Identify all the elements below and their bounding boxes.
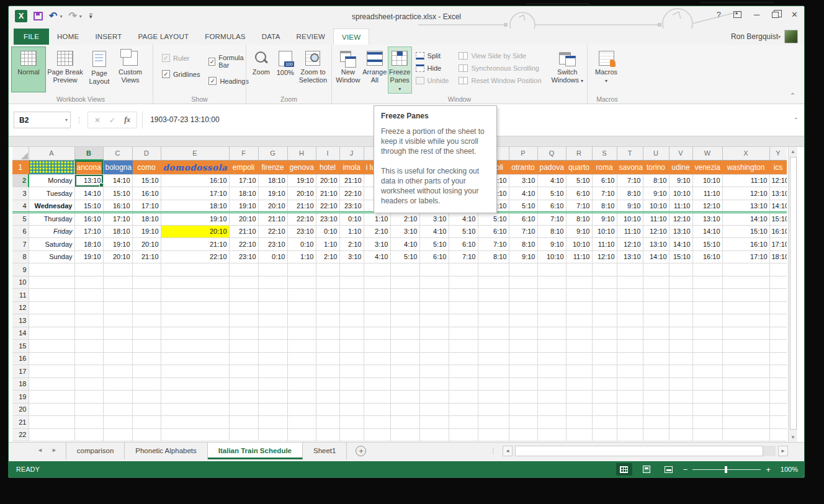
scroll-left-icon[interactable]: ◄ [503,446,513,456]
row-header-12[interactable]: 12 [12,301,29,314]
status-page-layout-button[interactable] [638,463,655,475]
undo-icon[interactable]: ↶ [49,11,57,21]
column-header-P[interactable]: P [509,147,537,160]
cell-P4[interactable]: 5:10 [509,200,537,213]
sheet-tab-comparison[interactable]: comparison [66,443,125,459]
row-header-18[interactable]: 18 [12,378,29,391]
cell-Q9[interactable] [537,263,566,276]
cell-Q13[interactable] [537,314,566,327]
cell-F16[interactable] [229,352,258,365]
cell-Y20[interactable] [769,403,787,416]
cell-E20[interactable] [161,403,229,416]
cell-D10[interactable] [132,276,161,289]
cell-M14[interactable] [419,327,449,340]
cell-Y8[interactable]: 18:10 [769,250,787,263]
cell-K11[interactable] [364,289,390,302]
cell-G10[interactable] [258,276,287,289]
cell-N20[interactable] [449,403,478,416]
cell-H12[interactable] [287,301,316,314]
cell-U21[interactable] [643,416,669,429]
cell-C19[interactable] [103,391,132,404]
row-header-21[interactable]: 21 [12,416,29,429]
ribbon-tab-page-layout[interactable]: PAGE LAYOUT [130,29,197,45]
cell-X16[interactable] [722,352,769,365]
cell-P7[interactable]: 8:10 [509,238,537,251]
cell-S7[interactable]: 11:10 [592,238,617,251]
cell-Q6[interactable]: 8:10 [537,225,566,238]
cell-C5[interactable]: 17:10 [103,213,132,226]
cell-K8[interactable]: 4:10 [364,250,390,263]
cell-R3[interactable]: 6:10 [566,187,592,200]
cell-I4[interactable]: 22:10 [316,200,339,213]
row-header-13[interactable]: 13 [12,314,29,327]
horizontal-scrollbar[interactable]: ⋮ ◄ ► [490,446,788,456]
cell-F17[interactable] [229,365,258,378]
cell-Y5[interactable]: 15:10 [769,213,787,226]
cell-G18[interactable] [258,378,287,391]
cell-Y17[interactable] [769,365,787,378]
cell-R12[interactable] [566,301,592,314]
cell-C16[interactable] [103,352,132,365]
zoom-in-icon[interactable]: + [766,466,771,474]
cell-F19[interactable] [229,391,258,404]
column-header-G[interactable]: G [258,147,287,160]
new-sheet-icon[interactable]: + [356,446,366,456]
cell-A5[interactable]: Thursday [29,213,74,226]
cell-E17[interactable] [161,365,229,378]
cell-N15[interactable] [449,340,478,353]
cell-R6[interactable]: 9:10 [566,225,592,238]
cell-U2[interactable]: 8:10 [643,174,669,187]
cell-K16[interactable] [364,352,390,365]
cell-O19[interactable] [478,391,509,404]
cell-I15[interactable] [316,340,339,353]
cell-B10[interactable] [74,276,103,289]
cell-N6[interactable]: 5:10 [449,225,478,238]
cell-I9[interactable] [316,263,339,276]
cell-Y6[interactable]: 16:10 [769,225,787,238]
cell-L7[interactable]: 4:10 [390,238,419,251]
cell-Q21[interactable] [537,416,566,429]
cell-B17[interactable] [74,365,103,378]
cell-K20[interactable] [364,403,390,416]
sheet-nav-right-icon[interactable]: ► [52,447,57,453]
column-header-A[interactable]: A [29,147,74,160]
row-header-1[interactable]: 1 [12,160,29,174]
cell-B8[interactable]: 19:10 [74,250,103,263]
cell-H11[interactable] [287,289,316,302]
cell-N17[interactable] [449,365,478,378]
cell-R15[interactable] [566,340,592,353]
sheet-tab-sheet1[interactable]: Sheet1 [303,443,347,459]
cell-Y11[interactable] [769,289,787,302]
cell-Y9[interactable] [769,263,787,276]
cell-U22[interactable] [643,428,669,441]
cell-W14[interactable] [692,327,722,340]
cell-I19[interactable] [316,391,339,404]
cell-V22[interactable] [669,428,692,441]
cell-M6[interactable]: 4:10 [419,225,449,238]
cell-T1[interactable]: savona [617,160,643,174]
cell-U10[interactable] [643,276,669,289]
cell-D22[interactable] [132,428,161,441]
cell-R16[interactable] [566,352,592,365]
cell-E22[interactable] [161,428,229,441]
cell-B15[interactable] [74,340,103,353]
column-header-B[interactable]: B [74,147,103,160]
cell-J21[interactable] [339,416,364,429]
cell-D16[interactable] [132,352,161,365]
cell-K17[interactable] [364,365,390,378]
cell-C20[interactable] [103,403,132,416]
cell-D1[interactable]: como [132,160,161,174]
cell-Y18[interactable] [769,378,787,391]
cell-H7[interactable]: 0:10 [287,238,316,251]
cell-J8[interactable]: 3:10 [339,250,364,263]
cell-X3[interactable]: 12:10 [722,187,769,200]
cell-Y22[interactable] [769,428,787,441]
avatar[interactable] [784,30,798,43]
name-box-dropdown-icon[interactable]: ▾ [65,117,68,123]
row-header-19[interactable]: 19 [12,391,29,404]
cell-U19[interactable] [643,391,669,404]
cell-W20[interactable] [692,403,722,416]
cell-Q16[interactable] [537,352,566,365]
cell-Y21[interactable] [769,416,787,429]
cell-V18[interactable] [669,378,692,391]
